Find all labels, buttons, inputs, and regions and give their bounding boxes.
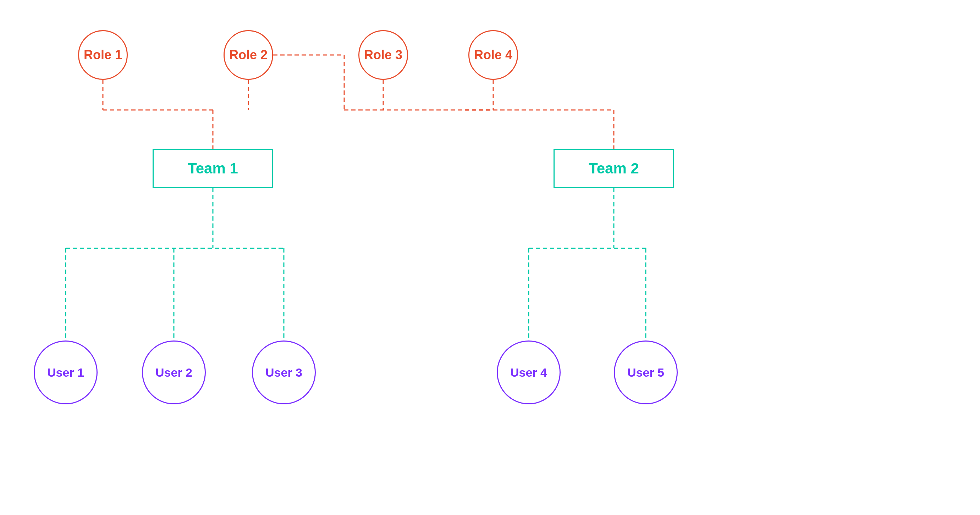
user3-node: User 3 (252, 340, 316, 404)
team1-node: Team 1 (153, 149, 273, 188)
user5-node: User 5 (614, 340, 678, 404)
user4-label: User 4 (510, 366, 547, 380)
team2-node: Team 2 (554, 149, 674, 188)
user2-label: User 2 (156, 366, 192, 380)
user3-label: User 3 (266, 366, 302, 380)
role2-node: Role 2 (224, 30, 273, 80)
user2-node: User 2 (142, 340, 206, 404)
role3-label: Role 3 (364, 48, 402, 62)
role2-label: Role 2 (229, 48, 267, 62)
role4-label: Role 4 (474, 48, 512, 62)
team1-label: Team 1 (188, 160, 238, 177)
user4-node: User 4 (497, 340, 561, 404)
role4-node: Role 4 (468, 30, 518, 80)
role1-label: Role 1 (84, 48, 122, 62)
user1-node: User 1 (34, 340, 97, 404)
role3-node: Role 3 (358, 30, 408, 80)
diagram: Role 1 Role 2 Role 3 Role 4 Team 1 Team … (0, 0, 980, 515)
user5-label: User 5 (627, 366, 664, 380)
role1-node: Role 1 (78, 30, 128, 80)
user1-label: User 1 (47, 366, 84, 380)
team2-label: Team 2 (589, 160, 639, 177)
